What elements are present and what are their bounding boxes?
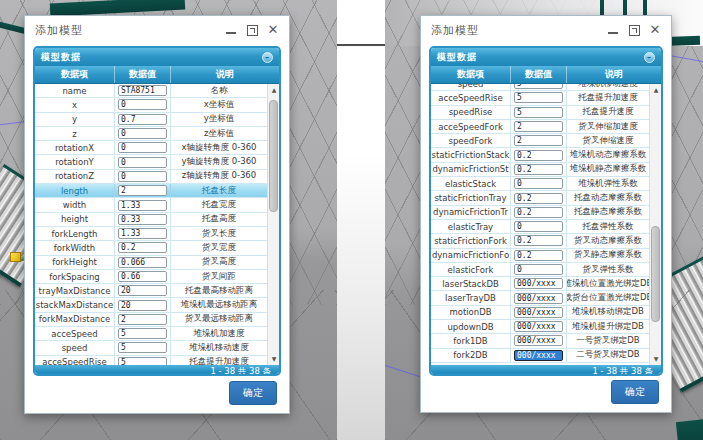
table-row-dynamicFrictionFo[interactable]: dynamicFrictionFo货叉静态摩擦系数 bbox=[431, 249, 649, 263]
param-value-input[interactable] bbox=[514, 107, 563, 118]
table-row-speedFork[interactable]: speedFork货叉伸缩速度 bbox=[431, 134, 649, 148]
param-value-input[interactable] bbox=[514, 321, 563, 332]
param-value-input[interactable] bbox=[118, 99, 167, 110]
param-value-input[interactable] bbox=[514, 264, 563, 275]
param-value-input[interactable] bbox=[118, 114, 167, 125]
param-value-input[interactable] bbox=[514, 207, 563, 218]
table-row-length[interactable]: length托盘长度 bbox=[35, 184, 267, 198]
table-row-acceSpeedFork[interactable]: acceSpeedFork货叉伸缩加速度 bbox=[431, 120, 649, 134]
param-value-input[interactable] bbox=[118, 200, 167, 211]
table-row-acceSpeed[interactable]: acceSpeed堆垛机加速度 bbox=[35, 327, 267, 341]
param-value-input[interactable] bbox=[118, 285, 167, 296]
param-value-input[interactable] bbox=[118, 85, 167, 96]
param-value-input[interactable] bbox=[118, 157, 167, 168]
param-value-input[interactable] bbox=[514, 92, 563, 103]
dialog-titlebar[interactable]: 添加模型 ✕ bbox=[25, 16, 289, 44]
param-value-input[interactable] bbox=[118, 214, 167, 225]
table-row-staticFrictionFork[interactable]: staticFrictionFork货叉动态摩擦系数 bbox=[431, 234, 649, 248]
table-row-motionDB[interactable]: motionDB堆垛机移动绑定DB bbox=[431, 306, 649, 320]
table-row-staticFrictionStack[interactable]: staticFrictionStack堆垛机动态摩擦系数 bbox=[431, 148, 649, 162]
param-value-input[interactable] bbox=[118, 257, 167, 268]
param-value-input[interactable] bbox=[118, 128, 167, 139]
table-row-forkSpacing[interactable]: forkSpacing货叉间距 bbox=[35, 270, 267, 284]
table-row-speedRise[interactable]: speedRise托盘提升速度 bbox=[431, 106, 649, 120]
param-value-input[interactable] bbox=[514, 293, 563, 304]
table-row-name[interactable]: name名称 bbox=[35, 84, 267, 98]
table-row-forkHeight[interactable]: forkHeight货叉高度 bbox=[35, 256, 267, 270]
table-row-laserTrayDB[interactable]: laserTrayDB载货台位置激光绑定DB bbox=[431, 291, 649, 305]
scroll-up-icon[interactable]: ▲ bbox=[268, 84, 279, 96]
param-value-input[interactable] bbox=[514, 135, 563, 146]
table-row-elasticStack[interactable]: elasticStack堆垛机弹性系数 bbox=[431, 177, 649, 191]
table-row-fork2DB[interactable]: fork2DB二号货叉绑定DB bbox=[431, 349, 649, 363]
table-row-staticFrictionTray[interactable]: staticFrictionTray托盘动态摩擦系数 bbox=[431, 191, 649, 205]
table-row-elasticTray[interactable]: elasticTray托盘弹性系数 bbox=[431, 220, 649, 234]
table-row-updownDB[interactable]: updownDB堆垛机提升绑定DB bbox=[431, 320, 649, 334]
param-value-input[interactable] bbox=[514, 278, 563, 289]
param-value-input[interactable] bbox=[514, 335, 563, 346]
table-row-speed[interactable]: speed堆垛机移动速度 bbox=[35, 341, 267, 355]
table-row-speed[interactable]: speed堆垛机移动速度 bbox=[431, 84, 649, 91]
table-row-fork1DB[interactable]: fork1DB一号货叉绑定DB bbox=[431, 334, 649, 348]
table-row-dynamicFrictionTr[interactable]: dynamicFrictionTr托盘静态摩擦系数 bbox=[431, 206, 649, 220]
scrollbar-thumb[interactable] bbox=[269, 100, 278, 212]
param-value-input[interactable] bbox=[514, 307, 563, 318]
maximize-icon[interactable] bbox=[628, 24, 640, 36]
scroll-up-icon[interactable]: ▲ bbox=[650, 84, 661, 96]
param-value-input[interactable] bbox=[118, 342, 167, 353]
scrollbar[interactable]: ▲ ▼ bbox=[649, 84, 661, 365]
close-icon[interactable]: ✕ bbox=[649, 24, 661, 36]
table-row-elasticFork[interactable]: elasticFork货叉弹性系数 bbox=[431, 263, 649, 277]
param-value-input[interactable] bbox=[514, 178, 563, 189]
param-value-input[interactable] bbox=[118, 228, 167, 239]
table-row-rotationY[interactable]: rotationYy轴旋转角度 0-360 bbox=[35, 155, 267, 169]
scroll-down-icon[interactable]: ▼ bbox=[268, 353, 279, 365]
param-value-input[interactable] bbox=[514, 221, 563, 232]
param-value-input[interactable] bbox=[514, 193, 563, 204]
close-icon[interactable]: ✕ bbox=[267, 24, 279, 36]
param-value-input[interactable] bbox=[514, 235, 563, 246]
scroll-down-icon[interactable]: ▼ bbox=[650, 353, 661, 365]
param-value-input[interactable] bbox=[118, 357, 167, 365]
collapse-panel-button[interactable]: – bbox=[262, 52, 273, 63]
table-row-acceSpeedRise[interactable]: acceSpeedRise托盘提升加速度 bbox=[431, 91, 649, 105]
param-value-input[interactable] bbox=[118, 171, 167, 182]
table-row-dynamicFrictionSt[interactable]: dynamicFrictionSt堆垛机静态摩擦系数 bbox=[431, 163, 649, 177]
table-row-z[interactable]: zz坐标值 bbox=[35, 127, 267, 141]
table-row-height[interactable]: height托盘高度 bbox=[35, 213, 267, 227]
param-value-input[interactable] bbox=[514, 150, 563, 161]
param-value-input[interactable] bbox=[514, 84, 563, 89]
table-row-forkWidth[interactable]: forkWidth货叉宽度 bbox=[35, 241, 267, 255]
param-value-input[interactable] bbox=[514, 250, 563, 261]
dialog-titlebar[interactable]: 添加模型 ✕ bbox=[421, 16, 671, 44]
param-value-input[interactable] bbox=[514, 350, 563, 361]
param-value-input[interactable] bbox=[118, 142, 167, 153]
param-value-input[interactable] bbox=[118, 242, 167, 253]
collapse-panel-button[interactable]: – bbox=[644, 52, 655, 63]
param-value-input[interactable] bbox=[118, 328, 167, 339]
table-row-trayMaxDistance[interactable]: trayMaxDistance托盘最高移动距离 bbox=[35, 284, 267, 298]
param-value-input[interactable] bbox=[514, 121, 563, 132]
table-row-rotationZ[interactable]: rotationZz轴旋转角度 0-360 bbox=[35, 170, 267, 184]
maximize-icon[interactable] bbox=[246, 24, 258, 36]
scrollbar[interactable]: ▲ ▼ bbox=[267, 84, 279, 365]
confirm-button[interactable]: 确定 bbox=[229, 381, 277, 405]
param-value-input[interactable] bbox=[514, 164, 563, 175]
table-row-forkMaxDistance[interactable]: forkMaxDistance货叉最远移动距离 bbox=[35, 313, 267, 327]
table-row-forkLength[interactable]: forkLength货叉长度 bbox=[35, 227, 267, 241]
confirm-button[interactable]: 确定 bbox=[611, 380, 659, 404]
param-value-input[interactable] bbox=[118, 300, 167, 311]
table-row-width[interactable]: width托盘宽度 bbox=[35, 198, 267, 212]
scrollbar-thumb[interactable] bbox=[651, 226, 660, 322]
param-value-input[interactable] bbox=[118, 314, 167, 325]
table-row-x[interactable]: xx坐标值 bbox=[35, 98, 267, 112]
minimize-icon[interactable] bbox=[607, 24, 619, 36]
table-row-stackMaxDistance[interactable]: stackMaxDistance堆垛机最远移动距离 bbox=[35, 298, 267, 312]
param-value-input[interactable] bbox=[118, 271, 167, 282]
table-row-laserStackDB[interactable]: laserStackDB堆垛机位置激光绑定DB bbox=[431, 277, 649, 291]
table-row-y[interactable]: yy坐标值 bbox=[35, 113, 267, 127]
param-value-input[interactable] bbox=[118, 185, 167, 196]
table-row-rotationX[interactable]: rotationXx轴旋转角度 0-360 bbox=[35, 141, 267, 155]
minimize-icon[interactable] bbox=[225, 24, 237, 36]
table-row-acceSpeedRise[interactable]: acceSpeedRise托盘提升加速度 bbox=[35, 356, 267, 365]
